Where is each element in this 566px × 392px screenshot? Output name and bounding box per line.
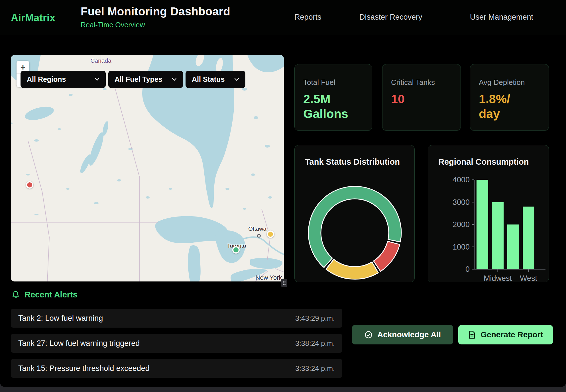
title-block: Fuel Monitoring Dashboard Real-Time Over… xyxy=(81,5,230,29)
bar-region-1 xyxy=(477,180,488,269)
donut-segment-critical xyxy=(374,241,400,271)
x-tick-label: Midwest xyxy=(484,274,512,283)
map-panel: Canada Ottawa Toronto New York + − All R… xyxy=(11,55,284,281)
stat-label: Avg Depletion xyxy=(479,78,540,87)
fuel-type-filter-value: All Fuel Types xyxy=(115,75,162,83)
brand-logo: AirMatrix xyxy=(11,12,55,24)
dashboard-root: AirMatrix Fuel Monitoring Dashboard Real… xyxy=(0,0,566,387)
chevron-down-icon xyxy=(95,78,99,81)
document-icon xyxy=(468,330,476,339)
chevron-down-icon xyxy=(172,78,177,81)
stat-card-total-fuel: Total Fuel 2.5M Gallons xyxy=(294,64,372,131)
region-filter-dropdown[interactable]: All Regions xyxy=(21,71,106,88)
map-viewport[interactable]: Canada Ottawa Toronto New York + − All R… xyxy=(11,55,284,281)
status-filter-dropdown[interactable]: All Status xyxy=(186,71,245,88)
alerts-header: Recent Alerts xyxy=(11,290,78,299)
x-tick-label: West xyxy=(520,274,538,283)
stat-value-avg-depletion: 1.8%/ day xyxy=(479,91,540,121)
acknowledge-all-label: Acknowledge All xyxy=(377,330,441,339)
y-tick-label: 3000 xyxy=(453,198,470,207)
alert-timestamp: 3:43:29 p.m. xyxy=(295,314,335,322)
y-tick-label: 4000 xyxy=(453,175,470,184)
stat-card-critical-tanks: Critical Tanks 10 xyxy=(382,64,461,131)
grip-dots-icon xyxy=(282,280,286,286)
header: AirMatrix Fuel Monitoring Dashboard Real… xyxy=(0,0,566,35)
generate-report-label: Generate Report xyxy=(481,330,543,339)
bell-icon xyxy=(11,290,20,299)
lake-michigan xyxy=(188,245,201,281)
generate-report-button[interactable]: Generate Report xyxy=(458,325,553,344)
alert-row[interactable]: Tank 27: Low fuel warning triggered 3:38… xyxy=(11,334,342,353)
y-tick-label: 1000 xyxy=(453,243,470,251)
alert-timestamp: 3:38:24 p.m. xyxy=(295,339,335,348)
bar-West xyxy=(523,207,534,269)
stat-label: Critical Tanks xyxy=(391,78,452,87)
alert-row[interactable]: Tank 2: Low fuel warning 3:43:29 p.m. xyxy=(11,309,342,328)
fuel-type-filter-dropdown[interactable]: All Fuel Types xyxy=(108,71,183,88)
page-subtitle: Real-Time Overview xyxy=(81,21,230,29)
bar-region-3 xyxy=(507,224,519,269)
tank-marker-normal[interactable] xyxy=(232,246,240,254)
y-tick-label: 0 xyxy=(465,265,470,273)
donut-chart-title: Tank Status Distribution xyxy=(305,157,400,167)
stat-value-critical-tanks: 10 xyxy=(391,91,452,106)
alerts-title: Recent Alerts xyxy=(25,290,78,299)
region-filter-value: All Regions xyxy=(27,75,66,83)
tank-marker-critical[interactable] xyxy=(26,181,33,189)
alert-message: Tank 2: Low fuel warning xyxy=(18,314,103,323)
bar-chart-title: Regional Consumption xyxy=(438,157,529,167)
chevron-down-icon xyxy=(234,78,239,81)
page-title: Fuel Monitoring Dashboard xyxy=(81,5,230,18)
stat-label: Total Fuel xyxy=(303,78,363,87)
ottawa-town-icon xyxy=(257,234,261,238)
stat-value-total-fuel: 2.5M Gallons xyxy=(303,91,363,121)
map-resize-handle[interactable] xyxy=(281,279,287,287)
alert-row[interactable]: Tank 15: Pressure threshold exceeded 3:3… xyxy=(11,359,342,378)
bar-Midwest xyxy=(492,202,504,270)
status-filter-value: All Status xyxy=(192,75,225,83)
alert-message: Tank 15: Pressure threshold exceeded xyxy=(18,364,150,373)
check-circle-icon xyxy=(364,330,373,339)
y-tick-label: 2000 xyxy=(453,220,470,229)
regional-consumption-chart-card: Regional Consumption 01000200030004000Mi… xyxy=(428,145,549,282)
map-filter-row: All Regions All Fuel Types All Status xyxy=(21,71,245,88)
tank-status-chart-card: Tank Status Distribution xyxy=(294,145,415,282)
tank-marker-warning[interactable] xyxy=(267,230,274,238)
donut-segment-warning xyxy=(326,259,378,279)
alert-timestamp: 3:33:24 p.m. xyxy=(295,364,335,373)
map-canvas[interactable] xyxy=(11,55,284,281)
alert-message: Tank 27: Low fuel warning triggered xyxy=(18,339,140,348)
stat-card-avg-depletion: Avg Depletion 1.8%/ day xyxy=(470,64,549,131)
acknowledge-all-button[interactable]: Acknowledge All xyxy=(352,325,453,344)
nav-user-management[interactable]: User Management xyxy=(470,13,533,22)
nav-disaster-recovery[interactable]: Disaster Recovery xyxy=(359,13,422,22)
nav-reports[interactable]: Reports xyxy=(294,13,321,22)
